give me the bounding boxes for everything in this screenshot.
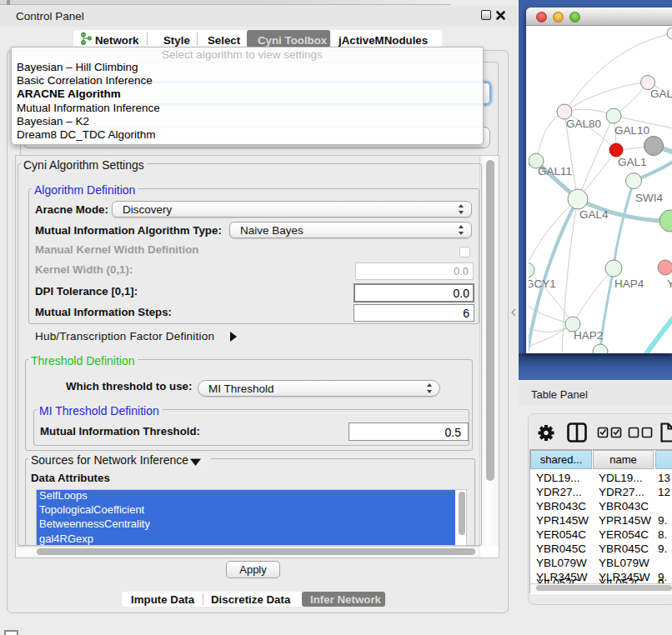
svg-text:GAL80: GAL80 (566, 118, 601, 130)
svg-text:GAL: GAL (650, 88, 672, 100)
svg-text:GCY1: GCY1 (529, 278, 556, 290)
svg-text:HAP4: HAP4 (614, 278, 644, 290)
svg-text:GAL4: GAL4 (579, 208, 609, 221)
svg-text:GAL11: GAL11 (538, 165, 572, 178)
svg-text:Y: Y (667, 278, 672, 290)
svg-text:SWI4: SWI4 (635, 192, 663, 204)
svg-text:HAP2: HAP2 (574, 329, 603, 342)
svg-text:GAL1: GAL1 (618, 156, 647, 168)
svg-text:GAL10: GAL10 (614, 124, 649, 137)
